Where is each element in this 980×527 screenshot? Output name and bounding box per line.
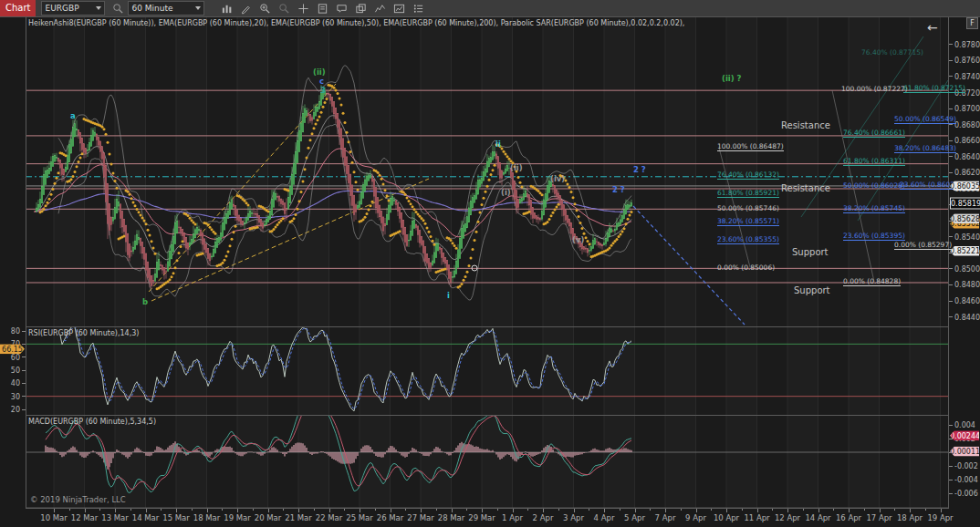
data-box-icon[interactable]	[411, 1, 426, 16]
zoom-out-icon[interactable]	[276, 1, 292, 16]
chart-tab[interactable]: Chart	[0, 0, 36, 16]
chart-window: Chart EURGBP 60 Minute HeikenAshi8(EURGB…	[0, 0, 980, 527]
chart-canvas[interactable]	[26, 16, 949, 509]
instrument-value: EURGBP	[45, 4, 91, 13]
price-panel-indicator-label: HeikenAshi8(EURGBP (60 Minute)), EMA(EUR…	[28, 19, 685, 27]
search-icon[interactable]	[110, 1, 126, 16]
toolbar: Chart EURGBP 60 Minute	[0, 0, 980, 17]
copyright-text: © 2019 NinjaTrader, LLC	[30, 495, 126, 504]
indicators-icon[interactable]	[372, 1, 388, 16]
chart-properties-icon[interactable]	[391, 1, 407, 16]
drawing-tools-icon[interactable]	[238, 1, 254, 16]
rsi-left-axis[interactable]	[0, 16, 26, 508]
crosshair-icon[interactable]	[296, 1, 311, 16]
snapshot-icon[interactable]	[353, 1, 369, 16]
chevron-down-icon	[195, 6, 201, 10]
price-right-axis[interactable]	[949, 16, 980, 508]
instrument-selector[interactable]: EURGBP	[41, 1, 105, 16]
toolbar-icons	[217, 1, 428, 16]
time-axis[interactable]	[26, 508, 949, 527]
interval-value: 60 Minute	[131, 4, 191, 13]
chart-trader-icon[interactable]	[315, 1, 330, 16]
rsi-panel-label: RSI(EURGBP (60 Minute),14,3)	[28, 329, 139, 337]
chart-style-icon[interactable]	[219, 1, 235, 16]
zoom-in-icon[interactable]	[257, 1, 273, 16]
alerts-icon[interactable]	[334, 1, 349, 16]
scroll-back-arrow-icon[interactable]: ←	[927, 20, 938, 35]
fx-toggle-button[interactable]: F	[966, 17, 978, 29]
chevron-down-icon	[96, 6, 101, 10]
macd-panel-label: MACD(EURGBP (60 Minute),5,34,5)	[28, 418, 156, 426]
interval-selector[interactable]: 60 Minute	[128, 1, 204, 16]
